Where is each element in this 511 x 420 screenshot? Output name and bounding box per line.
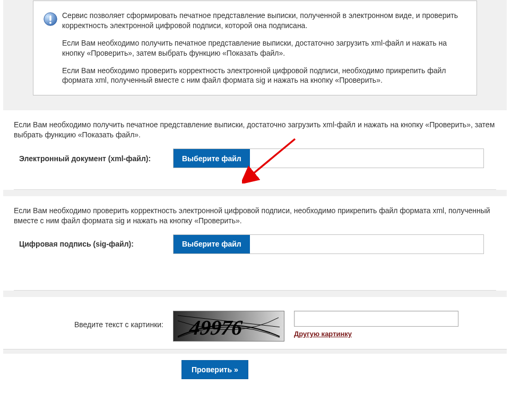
svg-rect-1 bbox=[49, 15, 51, 21]
page-container: Сервис позволяет сформировать печатное п… bbox=[3, 0, 507, 388]
info-text: Сервис позволяет сформировать печатное п… bbox=[62, 11, 466, 85]
xml-file-name-display[interactable] bbox=[250, 149, 483, 168]
sig-row: Цифровая подпись (sig-файл): Выберите фа… bbox=[14, 234, 496, 254]
submit-button[interactable]: Проверить » bbox=[181, 360, 248, 379]
captcha-text: 49976 bbox=[188, 316, 244, 339]
divider bbox=[14, 189, 496, 190]
info-icon bbox=[43, 11, 62, 85]
xml-file-control: Выберите файл bbox=[173, 148, 484, 168]
info-paragraph-3: Если Вам необходимо проверить корректнос… bbox=[62, 66, 466, 86]
xml-choose-file-button[interactable]: Выберите файл bbox=[174, 149, 250, 168]
xml-section: Если Вам необходимо получить печатное пр… bbox=[3, 110, 507, 190]
info-paragraph-2: Если Вам необходимо получить печатное пр… bbox=[62, 38, 466, 58]
captcha-label: Введите текст с картинки: bbox=[14, 311, 173, 329]
captcha-section: Введите текст с картинки: 49976 Другую к… bbox=[3, 297, 507, 349]
divider bbox=[14, 290, 496, 291]
svg-point-2 bbox=[49, 22, 51, 24]
sig-choose-file-button[interactable]: Выберите файл bbox=[174, 235, 250, 253]
sig-desc: Если Вам необходимо проверить корректнос… bbox=[14, 206, 496, 226]
xml-row: Электронный документ (xml-файл): Выберит… bbox=[14, 148, 496, 168]
captcha-image: 49976 bbox=[173, 311, 284, 342]
info-panel: Сервис позволяет сформировать печатное п… bbox=[33, 1, 477, 95]
sig-label: Цифровая подпись (sig-файл): bbox=[14, 240, 173, 248]
sig-file-name-display[interactable] bbox=[250, 235, 483, 253]
sig-section: Если Вам необходимо проверить корректнос… bbox=[3, 196, 507, 291]
info-paragraph-1: Сервис позволяет сформировать печатное п… bbox=[62, 11, 466, 31]
xml-label: Электронный документ (xml-файл): bbox=[14, 154, 173, 163]
sig-file-control: Выберите файл bbox=[173, 234, 484, 254]
xml-desc: Если Вам необходимо получить печатное пр… bbox=[14, 120, 496, 140]
captcha-input[interactable] bbox=[294, 311, 458, 327]
captcha-refresh-link[interactable]: Другую картинку bbox=[294, 330, 458, 338]
submit-bar: Проверить » bbox=[3, 354, 507, 388]
